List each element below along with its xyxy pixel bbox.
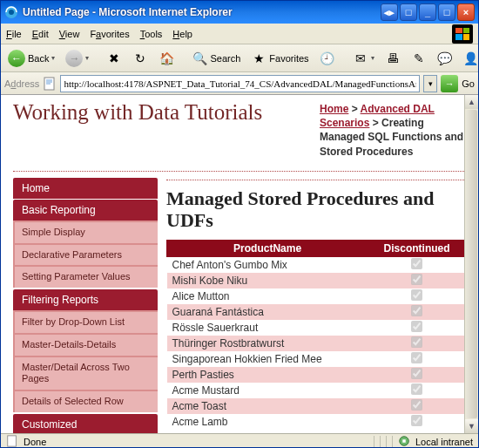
menu-file[interactable]: File — [6, 29, 22, 39]
cell-productname: Chef Anton's Gumbo Mix — [167, 257, 368, 274]
cell-discontinued — [368, 273, 466, 288]
table-row: Acme Mustard — [167, 383, 466, 398]
winbtn-misc1[interactable]: ◂▸ — [381, 3, 398, 21]
window-title: Untitled Page - Microsoft Internet Explo… — [23, 6, 381, 18]
cell-productname: Acme Lamb — [167, 414, 368, 430]
history-button[interactable]: 🕘 — [316, 48, 339, 69]
page-icon — [43, 77, 57, 91]
zone-text: Local intranet — [415, 437, 473, 447]
nav-declarative-parameters[interactable]: Declarative Parameters — [15, 245, 158, 266]
go-label: Go — [462, 78, 475, 89]
maximize-button[interactable]: □ — [438, 3, 455, 21]
menu-bar: File Edit View Favorites Tools Help — [1, 24, 478, 44]
nav-details-selected-row[interactable]: Details of Selected Row — [15, 391, 158, 412]
table-row: Perth Pasties — [167, 367, 466, 383]
cell-discontinued — [368, 288, 466, 304]
nav-basic-reporting[interactable]: Basic Reporting — [13, 200, 158, 221]
zone-icon — [398, 435, 410, 449]
edit-icon: ✎ — [411, 51, 427, 66]
svg-point-1 — [9, 10, 14, 15]
cell-productname: Mishi Kobe Niku — [167, 273, 368, 288]
breadcrumb: Home > Advanced DAL Scenarios > Creating… — [318, 100, 466, 167]
address-bar: Address ▾ → Go — [1, 72, 478, 95]
table-row: Chef Anton's Gumbo Mix — [167, 257, 466, 274]
refresh-button[interactable]: ↻ — [129, 48, 152, 69]
favorites-button[interactable]: ★Favorites — [247, 48, 312, 69]
discontinued-checkbox — [411, 336, 422, 348]
menu-help[interactable]: Help — [172, 29, 192, 39]
scrollbar[interactable]: ▲ ▼ — [464, 95, 478, 433]
status-bar: Done Local intranet — [1, 433, 478, 448]
history-icon: 🕘 — [320, 51, 335, 66]
close-button[interactable]: × — [457, 3, 475, 21]
back-button[interactable]: ←Back▾ — [4, 48, 58, 69]
nav-customized[interactable]: Customized — [13, 414, 158, 433]
tool-button-1[interactable]: 💬 — [434, 48, 456, 69]
address-label: Address — [4, 78, 39, 89]
page-title: Working with Data Tutorials — [13, 100, 300, 125]
table-row: Thüringer Rostbratwurst — [167, 336, 466, 351]
cell-discontinued — [368, 351, 466, 367]
cell-discontinued — [368, 320, 466, 336]
table-row: Guaraná Fantástica — [167, 304, 466, 320]
cell-productname: Rössle Sauerkraut — [167, 320, 368, 336]
cell-discontinued — [368, 367, 466, 383]
go-button[interactable]: → — [441, 75, 458, 92]
scroll-thumb[interactable] — [466, 110, 477, 418]
cell-productname: Acme Mustard — [167, 383, 368, 398]
messenger-icon: 👤 — [463, 51, 479, 66]
title-bar: Untitled Page - Microsoft Internet Explo… — [1, 1, 478, 24]
cell-productname: Alice Mutton — [167, 288, 368, 304]
menu-favorites[interactable]: Favorites — [90, 29, 129, 39]
discontinued-checkbox — [411, 352, 422, 363]
discontinued-checkbox — [411, 258, 422, 269]
nav-setting-parameter-values[interactable]: Setting Parameter Values — [15, 267, 158, 288]
forward-button[interactable]: →▾ — [62, 48, 92, 69]
minimize-button[interactable]: _ — [419, 3, 436, 21]
winbtn-misc2[interactable]: □ — [400, 3, 417, 21]
discontinued-checkbox — [411, 321, 422, 332]
col-productname: ProductName — [167, 241, 368, 257]
stop-button[interactable]: ✖ — [103, 48, 125, 69]
nav-home[interactable]: Home — [13, 178, 158, 199]
menu-view[interactable]: View — [59, 29, 80, 39]
tool-button-2[interactable]: 👤 — [460, 48, 479, 69]
scroll-down-button[interactable]: ▼ — [465, 419, 478, 433]
home-button[interactable]: 🏠 — [155, 48, 178, 69]
star-icon: ★ — [251, 51, 266, 66]
page-status-icon — [6, 435, 18, 449]
nav-master-detail-two-pages[interactable]: Master/Detail Across Two Pages — [15, 357, 158, 390]
cell-discontinued — [368, 414, 466, 430]
menu-edit[interactable]: Edit — [32, 29, 49, 39]
nav-filter-dropdown[interactable]: Filter by Drop-Down List — [15, 312, 158, 333]
table-row: Alice Mutton — [167, 288, 466, 304]
search-icon: 🔍 — [192, 51, 207, 66]
cell-productname: Perth Pasties — [167, 367, 368, 383]
sidebar: Home Basic Reporting Simple Display Decl… — [13, 177, 158, 433]
breadcrumb-home-link[interactable]: Home — [320, 103, 348, 115]
table-row: Mishi Kobe Niku — [167, 273, 466, 288]
menu-tools[interactable]: Tools — [140, 29, 163, 39]
mail-button[interactable]: ✉▾ — [349, 48, 378, 69]
search-button[interactable]: 🔍Search — [188, 48, 244, 69]
nav-filtering-reports[interactable]: Filtering Reports — [13, 289, 158, 310]
col-discontinued: Discontinued — [368, 241, 466, 257]
nav-simple-display[interactable]: Simple Display — [15, 222, 158, 243]
nav-master-details-details[interactable]: Master-Details-Details — [15, 335, 158, 356]
table-row: Acme Toast — [167, 398, 466, 414]
discontinued-checkbox — [411, 274, 422, 285]
cell-productname: Guaraná Fantástica — [167, 304, 368, 320]
edit-button[interactable]: ✎ — [408, 48, 430, 69]
divider — [13, 171, 466, 172]
discontinued-checkbox — [411, 368, 422, 379]
print-button[interactable]: 🖶 — [381, 48, 404, 69]
toolbar: ←Back▾ →▾ ✖ ↻ 🏠 🔍Search ★Favorites 🕘 ✉▾ … — [1, 44, 478, 72]
discontinued-checkbox — [411, 289, 422, 301]
discontinued-checkbox — [411, 305, 422, 316]
window-buttons: ◂▸ □ _ □ × — [381, 3, 475, 21]
address-input[interactable] — [60, 75, 420, 92]
throbber-icon — [452, 24, 473, 44]
cell-discontinued — [368, 304, 466, 320]
address-dropdown-button[interactable]: ▾ — [423, 75, 437, 92]
scroll-up-button[interactable]: ▲ — [465, 95, 478, 109]
